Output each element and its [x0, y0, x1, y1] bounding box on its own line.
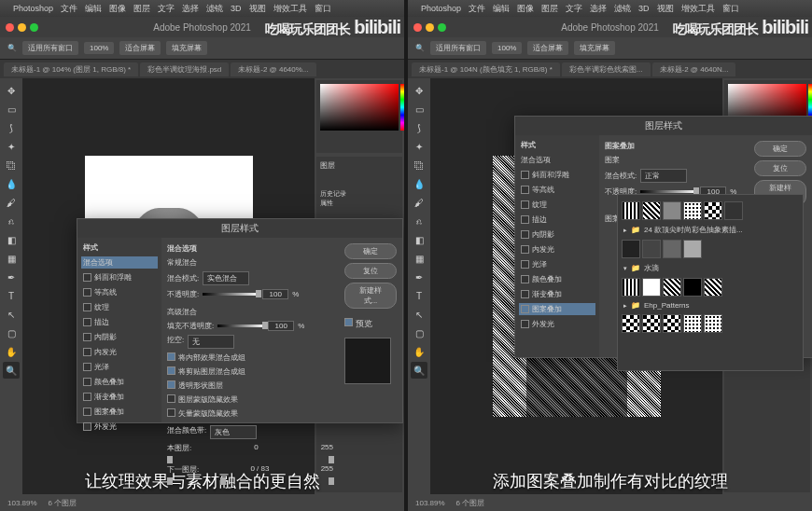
preview-checkbox[interactable] [344, 318, 353, 326]
pattern-folder[interactable]: ▸📁24 款顶尖时尚彩色抽象素描... [622, 223, 799, 237]
pattern-swatch[interactable] [683, 278, 702, 297]
menu-view[interactable]: 视图 [249, 3, 266, 15]
hue-slider[interactable] [400, 84, 404, 131]
color-panel[interactable] [316, 80, 402, 153]
pattern-folder[interactable]: ▾📁水滴 [622, 261, 799, 275]
cb-inner[interactable] [167, 352, 175, 361]
cb-clip[interactable] [167, 366, 175, 375]
crop-tool-icon[interactable]: ⿻ [411, 157, 427, 173]
pattern-swatch[interactable] [663, 240, 681, 258]
style-item-satin[interactable]: 光泽 [81, 361, 158, 373]
opt-zoom[interactable]: 100% [84, 42, 114, 54]
move-tool-icon[interactable]: ✥ [3, 82, 20, 99]
pattern-swatch[interactable] [724, 201, 743, 220]
tab-doc2[interactable]: 彩色半调纹理海报.psd [140, 62, 229, 76]
lasso-tool-icon[interactable]: ⟆ [3, 119, 20, 136]
color-field[interactable] [320, 84, 399, 131]
style-item-innershadow[interactable]: 内阴影 [81, 331, 158, 343]
pattern-swatch[interactable] [642, 240, 661, 258]
style-item-stroke[interactable]: 描边 [81, 316, 158, 328]
style-item-patternoverlay[interactable]: 图案叠加 [519, 303, 595, 315]
type-tool-icon[interactable]: T [3, 287, 20, 304]
hand-tool-icon[interactable]: ✋ [3, 343, 20, 360]
menu-type[interactable]: 文字 [158, 3, 175, 15]
pattern-swatch[interactable] [622, 314, 640, 333]
pattern-swatch[interactable] [642, 314, 661, 333]
style-item-patternoverlay[interactable]: 图案叠加 [81, 406, 158, 418]
zoom-status[interactable]: 103.89% [7, 499, 37, 507]
style-item-texture[interactable]: 纹理 [81, 301, 158, 313]
style-item-contour[interactable]: 等高线 [81, 286, 158, 298]
pattern-swatch[interactable] [642, 201, 661, 220]
menu-layer[interactable]: 图层 [133, 3, 150, 15]
canvas[interactable]: 图层样式 样式 混合选项 斜面和浮雕 等高线 纹理 描边 内阴影 内发光 光泽 … [22, 78, 315, 494]
menu-file[interactable]: 文件 [61, 3, 77, 15]
style-item-gradoverlay[interactable]: 渐变叠加 [81, 391, 158, 403]
brush-tool-icon[interactable]: 🖌 [3, 194, 20, 211]
menu-photoshop[interactable]: Photoshop [13, 4, 53, 13]
style-item-outerglow[interactable]: 外发光 [81, 421, 158, 433]
window-controls[interactable] [6, 23, 38, 32]
menu-edit[interactable]: 编辑 [85, 3, 102, 15]
pattern-swatch[interactable] [663, 314, 681, 333]
gradient-tool-icon[interactable]: ▦ [3, 250, 20, 267]
pattern-swatch[interactable] [622, 278, 640, 297]
crop-tool-icon[interactable]: ⿻ [3, 157, 20, 173]
move-tool-icon[interactable]: ✥ [411, 82, 427, 99]
shape-tool-icon[interactable]: ▢ [411, 325, 427, 341]
cb-vmask[interactable] [167, 408, 175, 417]
wand-tool-icon[interactable]: ✦ [3, 138, 20, 155]
style-item-coloroverlay[interactable]: 颜色叠加 [81, 376, 158, 388]
properties-label[interactable]: 属性 [320, 199, 399, 208]
style-item-coloroverlay[interactable]: 颜色叠加 [519, 273, 595, 285]
hand-tool-icon[interactable]: ✋ [411, 343, 427, 360]
tab-doc3[interactable]: 未标题-2 @ 4640%... [231, 62, 315, 76]
window-controls[interactable] [413, 23, 446, 32]
style-item-texture[interactable]: 纹理 [519, 199, 595, 211]
pen-tool-icon[interactable]: ✒ [3, 269, 20, 285]
fill-value[interactable]: 100 [268, 321, 294, 331]
clone-tool-icon[interactable]: ⎌ [3, 213, 20, 229]
blend-mode-dropdown[interactable]: 正常 [640, 169, 687, 183]
path-tool-icon[interactable]: ↖ [411, 306, 427, 323]
style-item-blend[interactable]: 混合选项 [81, 256, 158, 269]
lasso-tool-icon[interactable]: ⟆ [411, 119, 427, 136]
pattern-swatch[interactable] [704, 201, 722, 220]
wand-tool-icon[interactable]: ✦ [411, 138, 427, 155]
tab-doc1[interactable]: 未标题-1 @ 104% (图层 1, RGB/8) * [4, 62, 138, 76]
opacity-value[interactable]: 100 [262, 289, 288, 299]
zoom-tool-icon[interactable]: 🔍 [411, 362, 427, 379]
eyedropper-tool-icon[interactable]: 💧 [3, 175, 20, 192]
history-label[interactable]: 历史记录 [320, 189, 399, 199]
menu-plugins[interactable]: 增效工具 [273, 3, 307, 15]
cb-mask[interactable] [167, 394, 175, 403]
opt-fitscreen[interactable]: 适合屏幕 [119, 41, 161, 55]
style-item-contour[interactable]: 等高线 [519, 184, 595, 196]
pattern-folder[interactable]: ▸📁Ehp_Patterns [622, 299, 799, 311]
style-item-bevel[interactable]: 斜面和浮雕 [81, 271, 158, 283]
zoom-status[interactable]: 103.89% [415, 499, 445, 507]
tab-doc2[interactable]: 彩色半调彩色线索图... [562, 62, 651, 76]
style-item-bevel[interactable]: 斜面和浮雕 [519, 169, 595, 181]
eraser-tool-icon[interactable]: ◧ [411, 231, 427, 248]
pattern-swatch[interactable] [622, 201, 640, 220]
menu-filter[interactable]: 滤镜 [206, 3, 223, 15]
brush-tool-icon[interactable]: 🖌 [411, 194, 427, 211]
pen-tool-icon[interactable]: ✒ [411, 269, 427, 285]
pattern-swatch[interactable] [622, 240, 640, 258]
pattern-swatch[interactable] [642, 278, 661, 297]
opacity-slider[interactable] [203, 293, 259, 296]
cancel-button[interactable]: 复位 [344, 263, 397, 279]
eraser-tool-icon[interactable]: ◧ [3, 231, 20, 248]
style-item-stroke[interactable]: 描边 [519, 214, 595, 226]
style-item-innerglow[interactable]: 内发光 [81, 346, 158, 358]
blendif-dropdown[interactable]: 灰色 [210, 425, 257, 439]
pattern-swatch[interactable] [663, 201, 681, 220]
ok-button[interactable]: 确定 [344, 243, 397, 259]
tab-doc3[interactable]: 未标题-2 @ 4640N... [652, 62, 736, 76]
ok-button[interactable]: 确定 [754, 141, 806, 157]
shape-tool-icon[interactable]: ▢ [3, 325, 20, 341]
clone-tool-icon[interactable]: ⎌ [411, 213, 427, 229]
fill-slider[interactable] [217, 325, 264, 327]
style-item-gradoverlay[interactable]: 渐变叠加 [519, 288, 595, 300]
